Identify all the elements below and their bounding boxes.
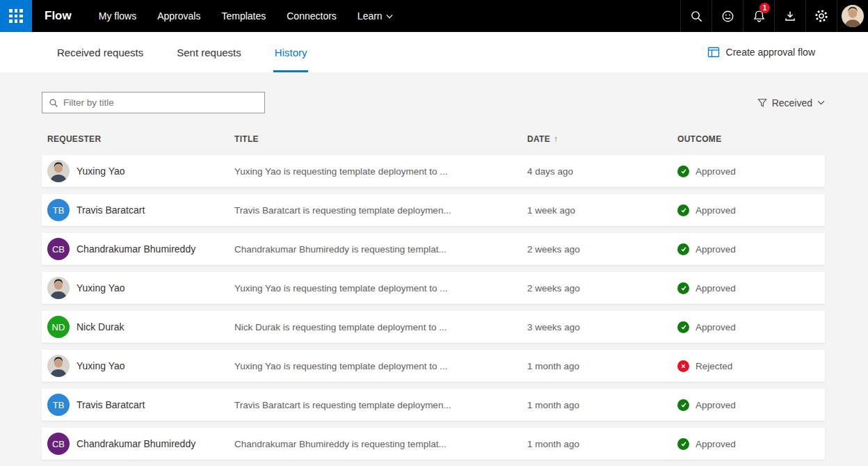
table-header: REQUESTER TITLE DATE ↑ OUTCOME bbox=[42, 134, 825, 144]
request-date: 1 month ago bbox=[527, 361, 677, 371]
request-date: 1 month ago bbox=[527, 400, 677, 410]
request-title: Yuxing Yao is requesting template deploy… bbox=[234, 361, 527, 371]
approved-icon bbox=[677, 204, 689, 216]
filter-by-title-input[interactable] bbox=[63, 97, 258, 108]
notification-badge: 1 bbox=[760, 3, 770, 13]
search-icon bbox=[690, 10, 703, 23]
outcome-label: Approved bbox=[696, 400, 736, 410]
outcome-label: Approved bbox=[696, 166, 736, 177]
tab-sent-requests[interactable]: Sent requests bbox=[175, 32, 243, 72]
request-date: 2 weeks ago bbox=[527, 244, 677, 255]
top-nav: My flows Approvals Templates Connectors … bbox=[88, 0, 403, 32]
history-content: Received REQUESTER TITLE DATE ↑ OUTCOME … bbox=[0, 72, 868, 460]
table-row[interactable]: Yuxing Yao Yuxing Yao is requesting temp… bbox=[42, 155, 825, 187]
header-requester: REQUESTER bbox=[42, 134, 234, 144]
create-flow-icon bbox=[707, 46, 720, 58]
request-title: Chandrakumar Bhumireddy is requesting te… bbox=[234, 244, 527, 255]
avatar-photo bbox=[47, 277, 70, 299]
header-outcome: OUTCOME bbox=[677, 134, 825, 144]
request-title: Travis Baratcart is requesting template … bbox=[234, 205, 527, 216]
outcome-label: Approved bbox=[696, 439, 736, 449]
avatar-initials: ND bbox=[47, 316, 70, 338]
requester-name: Travis Baratcart bbox=[77, 399, 145, 410]
feedback-button[interactable] bbox=[712, 0, 743, 32]
tab-bar: Received requests Sent requests History … bbox=[0, 32, 868, 72]
top-bar-actions: 1 bbox=[680, 0, 868, 32]
create-approval-flow-label: Create approval flow bbox=[726, 47, 815, 58]
tab-received-requests[interactable]: Received requests bbox=[56, 32, 145, 72]
requester-name: Nick Durak bbox=[77, 321, 124, 332]
table-row[interactable]: CB Chandrakumar Bhumireddy Chandrakumar … bbox=[42, 428, 825, 460]
request-title: Travis Baratcart is requesting template … bbox=[234, 400, 527, 410]
waffle-icon bbox=[9, 9, 23, 23]
settings-button[interactable] bbox=[805, 0, 837, 32]
requester-name: Travis Baratcart bbox=[77, 204, 145, 216]
search-icon bbox=[49, 98, 58, 108]
nav-item-approvals[interactable]: Approvals bbox=[147, 0, 211, 32]
request-title: Yuxing Yao is requesting template deploy… bbox=[234, 283, 527, 294]
chevron-down-icon bbox=[386, 14, 393, 19]
outcome-label: Rejected bbox=[696, 361, 732, 371]
requester-name: Chandrakumar Bhumireddy bbox=[77, 243, 195, 255]
download-icon bbox=[784, 10, 796, 22]
avatar-initials: CB bbox=[47, 433, 70, 455]
sort-ascending-icon: ↑ bbox=[554, 134, 558, 144]
request-date: 2 weeks ago bbox=[527, 283, 677, 294]
avatar-photo bbox=[47, 160, 70, 182]
request-date: 4 days ago bbox=[527, 166, 677, 177]
table-row[interactable]: TB Travis Baratcart Travis Baratcart is … bbox=[42, 389, 825, 421]
account-button[interactable] bbox=[837, 0, 868, 32]
approved-icon bbox=[677, 321, 689, 333]
outcome-label: Approved bbox=[696, 283, 736, 294]
requester-name: Yuxing Yao bbox=[77, 166, 125, 177]
app-title: Flow bbox=[32, 0, 88, 32]
table-row[interactable]: CB Chandrakumar Bhumireddy Chandrakumar … bbox=[42, 233, 825, 265]
history-list: Yuxing Yao Yuxing Yao is requesting temp… bbox=[42, 155, 825, 460]
top-bar: Flow My flows Approvals Templates Connec… bbox=[0, 0, 868, 32]
approved-icon bbox=[677, 438, 689, 450]
rejected-icon bbox=[677, 360, 689, 372]
direction-filter-dropdown[interactable]: Received bbox=[757, 97, 825, 109]
request-title: Chandrakumar Bhumireddy is requesting te… bbox=[234, 439, 527, 449]
nav-item-connectors[interactable]: Connectors bbox=[276, 0, 347, 32]
request-date: 3 weeks ago bbox=[527, 322, 677, 332]
nav-item-my-flows[interactable]: My flows bbox=[88, 0, 147, 32]
create-approval-flow-button[interactable]: Create approval flow bbox=[707, 32, 815, 72]
funnel-icon bbox=[757, 98, 767, 108]
table-row[interactable]: ND Nick Durak Nick Durak is requesting t… bbox=[42, 311, 825, 343]
requester-name: Yuxing Yao bbox=[77, 282, 125, 294]
nav-item-templates[interactable]: Templates bbox=[211, 0, 276, 32]
table-row[interactable]: Yuxing Yao Yuxing Yao is requesting temp… bbox=[42, 272, 825, 304]
avatar-initials: TB bbox=[47, 394, 70, 416]
requester-name: Yuxing Yao bbox=[77, 360, 125, 371]
approved-icon bbox=[677, 243, 689, 255]
tab-history[interactable]: History bbox=[273, 32, 309, 72]
app-launcher-button[interactable] bbox=[0, 0, 32, 32]
approved-icon bbox=[677, 282, 689, 294]
table-row[interactable]: Yuxing Yao Yuxing Yao is requesting temp… bbox=[42, 350, 825, 382]
filter-row: Received bbox=[42, 92, 825, 113]
approved-icon bbox=[677, 166, 689, 177]
header-date-sort[interactable]: DATE ↑ bbox=[527, 134, 677, 144]
notifications-button[interactable]: 1 bbox=[743, 0, 774, 32]
gear-icon bbox=[814, 9, 828, 23]
outcome-label: Approved bbox=[696, 322, 736, 332]
outcome-label: Approved bbox=[696, 244, 736, 255]
outcome-label: Approved bbox=[696, 205, 736, 216]
nav-item-learn[interactable]: Learn bbox=[347, 0, 403, 32]
download-button[interactable] bbox=[774, 0, 805, 32]
avatar-photo bbox=[47, 355, 70, 377]
search-button[interactable] bbox=[680, 0, 712, 32]
header-title: TITLE bbox=[234, 134, 527, 144]
chevron-down-icon bbox=[817, 100, 825, 105]
request-title: Yuxing Yao is requesting template deploy… bbox=[234, 166, 527, 177]
direction-filter-label: Received bbox=[772, 97, 812, 109]
request-date: 1 week ago bbox=[527, 205, 677, 216]
table-row[interactable]: TB Travis Baratcart Travis Baratcart is … bbox=[42, 194, 825, 226]
avatar-initials: TB bbox=[47, 199, 70, 221]
request-title: Nick Durak is requesting template deploy… bbox=[234, 322, 527, 332]
requester-name: Chandrakumar Bhumireddy bbox=[77, 438, 195, 449]
filter-search-box bbox=[42, 92, 265, 113]
avatar-initials: CB bbox=[47, 238, 70, 260]
user-avatar bbox=[842, 5, 864, 27]
